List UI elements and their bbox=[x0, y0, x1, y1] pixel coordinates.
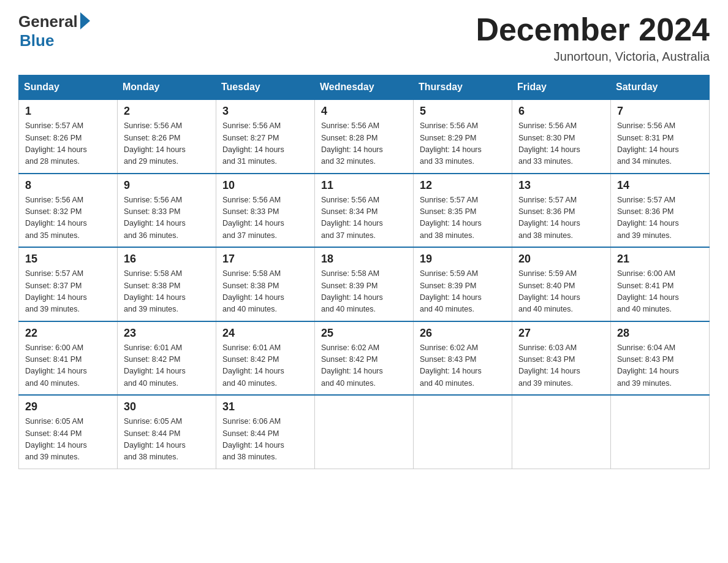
day-number: 10 bbox=[222, 179, 308, 192]
calendar-cell: 4Sunrise: 5:56 AMSunset: 8:28 PMDaylight… bbox=[315, 99, 414, 174]
day-info: Sunrise: 5:56 AMSunset: 8:33 PMDaylight:… bbox=[222, 194, 308, 242]
day-info: Sunrise: 6:06 AMSunset: 8:44 PMDaylight:… bbox=[222, 416, 308, 464]
day-number: 14 bbox=[617, 179, 703, 192]
day-number: 25 bbox=[321, 327, 407, 340]
calendar-week-row: 29Sunrise: 6:05 AMSunset: 8:44 PMDayligh… bbox=[19, 395, 710, 469]
day-number: 15 bbox=[25, 253, 111, 266]
day-info: Sunrise: 6:02 AMSunset: 8:42 PMDaylight:… bbox=[321, 342, 407, 390]
day-number: 2 bbox=[124, 105, 210, 118]
day-number: 3 bbox=[222, 105, 308, 118]
day-info: Sunrise: 5:56 AMSunset: 8:34 PMDaylight:… bbox=[321, 194, 407, 242]
day-header-monday: Monday bbox=[118, 75, 216, 100]
calendar-cell: 8Sunrise: 5:56 AMSunset: 8:32 PMDaylight… bbox=[19, 174, 118, 248]
day-info: Sunrise: 6:03 AMSunset: 8:43 PMDaylight:… bbox=[518, 342, 604, 390]
day-number: 29 bbox=[25, 400, 111, 413]
calendar-cell: 13Sunrise: 5:57 AMSunset: 8:36 PMDayligh… bbox=[512, 174, 611, 248]
calendar-cell: 14Sunrise: 5:57 AMSunset: 8:36 PMDayligh… bbox=[611, 174, 710, 248]
day-number: 11 bbox=[321, 179, 407, 192]
day-number: 22 bbox=[25, 327, 111, 340]
day-info: Sunrise: 5:59 AMSunset: 8:39 PMDaylight:… bbox=[420, 268, 506, 316]
day-number: 4 bbox=[321, 105, 407, 118]
day-info: Sunrise: 5:56 AMSunset: 8:26 PMDaylight:… bbox=[124, 120, 210, 168]
day-info: Sunrise: 5:56 AMSunset: 8:32 PMDaylight:… bbox=[25, 194, 111, 242]
location-text: Junortoun, Victoria, Australia bbox=[476, 50, 710, 64]
day-number: 28 bbox=[617, 327, 703, 340]
day-info: Sunrise: 5:58 AMSunset: 8:38 PMDaylight:… bbox=[222, 268, 308, 316]
day-number: 13 bbox=[518, 179, 604, 192]
calendar-week-row: 15Sunrise: 5:57 AMSunset: 8:37 PMDayligh… bbox=[19, 247, 710, 321]
day-header-wednesday: Wednesday bbox=[315, 75, 414, 100]
calendar-cell: 31Sunrise: 6:06 AMSunset: 8:44 PMDayligh… bbox=[216, 395, 315, 469]
calendar-cell: 30Sunrise: 6:05 AMSunset: 8:44 PMDayligh… bbox=[118, 395, 216, 469]
day-header-sunday: Sunday bbox=[19, 75, 118, 100]
day-number: 26 bbox=[420, 327, 506, 340]
month-title: December 2024 bbox=[476, 12, 710, 47]
calendar-cell: 21Sunrise: 6:00 AMSunset: 8:41 PMDayligh… bbox=[611, 247, 710, 321]
calendar-table: SundayMondayTuesdayWednesdayThursdayFrid… bbox=[18, 75, 710, 469]
calendar-cell: 22Sunrise: 6:00 AMSunset: 8:41 PMDayligh… bbox=[19, 321, 118, 396]
day-info: Sunrise: 6:05 AMSunset: 8:44 PMDaylight:… bbox=[124, 416, 210, 464]
day-number: 1 bbox=[25, 105, 111, 118]
calendar-week-row: 1Sunrise: 5:57 AMSunset: 8:26 PMDaylight… bbox=[19, 99, 710, 174]
calendar-cell bbox=[414, 395, 512, 469]
day-info: Sunrise: 5:57 AMSunset: 8:36 PMDaylight:… bbox=[617, 194, 703, 242]
day-number: 21 bbox=[617, 253, 703, 266]
calendar-cell: 29Sunrise: 6:05 AMSunset: 8:44 PMDayligh… bbox=[19, 395, 118, 469]
day-info: Sunrise: 5:58 AMSunset: 8:39 PMDaylight:… bbox=[321, 268, 407, 316]
day-number: 7 bbox=[617, 105, 703, 118]
day-info: Sunrise: 5:56 AMSunset: 8:31 PMDaylight:… bbox=[617, 120, 703, 168]
calendar-cell bbox=[315, 395, 414, 469]
calendar-cell: 7Sunrise: 5:56 AMSunset: 8:31 PMDaylight… bbox=[611, 99, 710, 174]
calendar-cell: 5Sunrise: 5:56 AMSunset: 8:29 PMDaylight… bbox=[414, 99, 512, 174]
calendar-cell: 28Sunrise: 6:04 AMSunset: 8:43 PMDayligh… bbox=[611, 321, 710, 396]
day-number: 16 bbox=[124, 253, 210, 266]
day-header-tuesday: Tuesday bbox=[216, 75, 315, 100]
calendar-cell: 23Sunrise: 6:01 AMSunset: 8:42 PMDayligh… bbox=[118, 321, 216, 396]
day-number: 24 bbox=[222, 327, 308, 340]
calendar-cell: 20Sunrise: 5:59 AMSunset: 8:40 PMDayligh… bbox=[512, 247, 611, 321]
day-info: Sunrise: 6:02 AMSunset: 8:43 PMDaylight:… bbox=[420, 342, 506, 390]
day-number: 6 bbox=[518, 105, 604, 118]
calendar-header-row: SundayMondayTuesdayWednesdayThursdayFrid… bbox=[19, 75, 710, 100]
calendar-cell: 26Sunrise: 6:02 AMSunset: 8:43 PMDayligh… bbox=[414, 321, 512, 396]
day-info: Sunrise: 5:57 AMSunset: 8:35 PMDaylight:… bbox=[420, 194, 506, 242]
calendar-week-row: 8Sunrise: 5:56 AMSunset: 8:32 PMDaylight… bbox=[19, 174, 710, 248]
day-info: Sunrise: 5:56 AMSunset: 8:29 PMDaylight:… bbox=[420, 120, 506, 168]
calendar-cell bbox=[512, 395, 611, 469]
day-info: Sunrise: 5:56 AMSunset: 8:27 PMDaylight:… bbox=[222, 120, 308, 168]
title-block: December 2024 Junortoun, Victoria, Austr… bbox=[476, 12, 710, 64]
day-number: 27 bbox=[518, 327, 604, 340]
calendar-cell: 19Sunrise: 5:59 AMSunset: 8:39 PMDayligh… bbox=[414, 247, 512, 321]
calendar-cell: 9Sunrise: 5:56 AMSunset: 8:33 PMDaylight… bbox=[118, 174, 216, 248]
calendar-week-row: 22Sunrise: 6:00 AMSunset: 8:41 PMDayligh… bbox=[19, 321, 710, 396]
day-info: Sunrise: 6:01 AMSunset: 8:42 PMDaylight:… bbox=[222, 342, 308, 390]
calendar-cell: 3Sunrise: 5:56 AMSunset: 8:27 PMDaylight… bbox=[216, 99, 315, 174]
day-number: 9 bbox=[124, 179, 210, 192]
calendar-cell: 18Sunrise: 5:58 AMSunset: 8:39 PMDayligh… bbox=[315, 247, 414, 321]
day-info: Sunrise: 5:56 AMSunset: 8:30 PMDaylight:… bbox=[518, 120, 604, 168]
calendar-cell: 25Sunrise: 6:02 AMSunset: 8:42 PMDayligh… bbox=[315, 321, 414, 396]
day-number: 17 bbox=[222, 253, 308, 266]
day-info: Sunrise: 5:56 AMSunset: 8:33 PMDaylight:… bbox=[124, 194, 210, 242]
day-info: Sunrise: 5:57 AMSunset: 8:36 PMDaylight:… bbox=[518, 194, 604, 242]
calendar-cell: 16Sunrise: 5:58 AMSunset: 8:38 PMDayligh… bbox=[118, 247, 216, 321]
day-number: 23 bbox=[124, 327, 210, 340]
day-info: Sunrise: 5:57 AMSunset: 8:37 PMDaylight:… bbox=[25, 268, 111, 316]
day-header-saturday: Saturday bbox=[611, 75, 710, 100]
day-number: 30 bbox=[124, 400, 210, 413]
logo-blue-text: Blue bbox=[20, 31, 54, 50]
logo-arrow-icon bbox=[80, 12, 90, 29]
day-number: 12 bbox=[420, 179, 506, 192]
day-info: Sunrise: 6:00 AMSunset: 8:41 PMDaylight:… bbox=[25, 342, 111, 390]
day-info: Sunrise: 6:04 AMSunset: 8:43 PMDaylight:… bbox=[617, 342, 703, 390]
logo: General Blue bbox=[18, 12, 90, 50]
day-number: 5 bbox=[420, 105, 506, 118]
calendar-cell: 15Sunrise: 5:57 AMSunset: 8:37 PMDayligh… bbox=[19, 247, 118, 321]
calendar-cell: 10Sunrise: 5:56 AMSunset: 8:33 PMDayligh… bbox=[216, 174, 315, 248]
calendar-cell: 2Sunrise: 5:56 AMSunset: 8:26 PMDaylight… bbox=[118, 99, 216, 174]
logo-general-text: General bbox=[18, 12, 78, 31]
day-number: 20 bbox=[518, 253, 604, 266]
day-info: Sunrise: 5:57 AMSunset: 8:26 PMDaylight:… bbox=[25, 120, 111, 168]
day-number: 19 bbox=[420, 253, 506, 266]
calendar-cell: 1Sunrise: 5:57 AMSunset: 8:26 PMDaylight… bbox=[19, 99, 118, 174]
